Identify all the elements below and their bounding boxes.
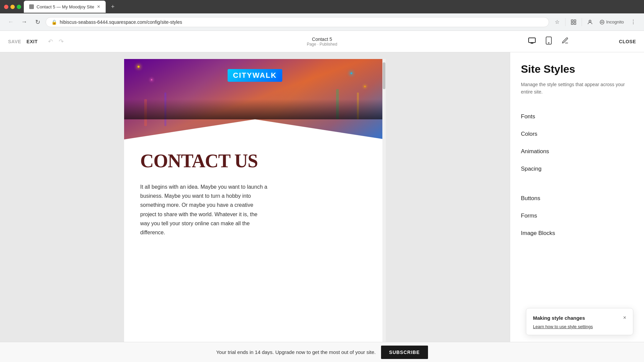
tab-close-button[interactable]: ✕ xyxy=(97,4,100,9)
profile-button[interactable] xyxy=(585,17,595,27)
style-nav: Fonts Colors Animations Spacing Buttons … xyxy=(521,108,633,242)
editor-actions-left: SAVE EXIT ↶ ↷ xyxy=(8,37,66,46)
panel-description: Manage the style settings that appear ac… xyxy=(521,81,633,96)
menu-button[interactable]: ⋮ xyxy=(628,17,639,27)
style-nav-group-1: Fonts Colors Animations Spacing xyxy=(521,108,633,178)
scrollbar-track[interactable] xyxy=(382,59,386,355)
svg-point-4 xyxy=(589,20,591,22)
exit-button[interactable]: EXIT xyxy=(26,39,38,44)
close-window-button[interactable] xyxy=(4,5,8,9)
nav-item-spacing[interactable]: Spacing xyxy=(521,160,633,178)
tooltip-close-button[interactable]: × xyxy=(623,315,626,320)
new-tab-button[interactable]: + xyxy=(108,3,117,10)
editor-history: ↶ ↷ xyxy=(46,37,66,46)
contact-body-text: It all begins with an idea. Maybe you wa… xyxy=(140,182,268,237)
maximize-window-button[interactable] xyxy=(17,5,21,9)
svg-rect-1 xyxy=(574,20,576,21)
nav-item-forms[interactable]: Forms xyxy=(521,207,633,225)
browser-chrome: Contact 5 — My Moodjoy Site ✕ + xyxy=(0,0,644,13)
back-button[interactable]: ← xyxy=(5,17,16,27)
site-styles-panel: Site Styles Manage the style settings th… xyxy=(510,52,644,362)
lock-icon: 🔒 xyxy=(51,19,57,25)
svg-rect-7 xyxy=(529,38,535,43)
incognito-button[interactable]: Incognito xyxy=(597,18,627,26)
tooltip-link[interactable]: Learn how to use style settings xyxy=(533,324,593,329)
page-hero-image: CITYWALK xyxy=(124,59,386,139)
editor-top-bar: SAVE EXIT ↶ ↷ Contact 5 Page · Published… xyxy=(0,31,644,52)
tooltip-header: Making style changes × xyxy=(533,315,626,321)
editor-view-controls xyxy=(527,35,570,48)
page-subtitle: Page · Published xyxy=(307,42,337,47)
scrollbar-thumb[interactable] xyxy=(383,62,385,89)
svg-rect-2 xyxy=(571,22,573,24)
incognito-label: Incognito xyxy=(606,19,624,24)
close-button[interactable]: CLOSE xyxy=(619,39,636,44)
edit-mode-button[interactable] xyxy=(560,36,570,47)
style-nav-group-2: Buttons Forms Image Blocks xyxy=(521,190,633,242)
subscribe-button[interactable]: SUBSCRIBE xyxy=(381,346,428,359)
mobile-view-button[interactable] xyxy=(544,35,553,48)
bookmark-button[interactable]: ☆ xyxy=(552,17,562,27)
page-canvas: CITYWALK CONTACT US It all begins with a… xyxy=(124,59,386,355)
traffic-lights xyxy=(4,5,21,9)
making-style-changes-tooltip: Making style changes × Learn how to use … xyxy=(526,308,633,335)
editor-main: CITYWALK CONTACT US It all begins with a… xyxy=(0,52,510,362)
tab-favicon xyxy=(29,4,34,9)
nav-actions: ☆ Incognito ⋮ xyxy=(552,17,639,27)
forward-button[interactable]: → xyxy=(19,17,30,27)
svg-rect-0 xyxy=(571,20,573,21)
nav-item-fonts[interactable]: Fonts xyxy=(521,108,633,125)
trial-bar: Your trial ends in 14 days. Upgrade now … xyxy=(0,342,644,362)
svg-point-6 xyxy=(602,22,603,22)
trial-text: Your trial ends in 14 days. Upgrade now … xyxy=(216,349,376,355)
minimize-window-button[interactable] xyxy=(10,5,15,9)
address-bar[interactable]: 🔒 hibiscus-seabass-6444.squarespace.com/… xyxy=(46,17,549,27)
page-content: CONTACT US It all begins with an idea. M… xyxy=(124,139,386,248)
navigation-bar: ← → ↻ 🔒 hibiscus-seabass-6444.squarespac… xyxy=(0,13,644,31)
undo-button[interactable]: ↶ xyxy=(46,37,55,46)
tooltip-title: Making style changes xyxy=(533,315,585,321)
browser-tab[interactable]: Contact 5 — My Moodjoy Site ✕ xyxy=(24,1,106,13)
svg-point-11 xyxy=(548,43,549,43)
redo-button[interactable]: ↷ xyxy=(56,37,66,46)
separator2 xyxy=(582,18,582,26)
tab-title: Contact 5 — My Moodjoy Site xyxy=(37,4,94,9)
url-text: hibiscus-seabass-6444.squarespace.com/co… xyxy=(60,19,543,25)
svg-point-5 xyxy=(601,22,602,22)
nav-item-colors[interactable]: Colors xyxy=(521,125,633,143)
nav-item-animations[interactable]: Animations xyxy=(521,143,633,160)
page-title: Contact 5 xyxy=(307,37,337,42)
panel-title: Site Styles xyxy=(521,63,633,75)
citywalk-sign: CITYWALK xyxy=(228,69,282,82)
extensions-button[interactable] xyxy=(568,17,579,27)
svg-rect-3 xyxy=(574,22,576,24)
save-button[interactable]: SAVE xyxy=(8,39,21,44)
nav-item-buttons[interactable]: Buttons xyxy=(521,190,633,207)
reload-button[interactable]: ↻ xyxy=(32,17,43,27)
desktop-view-button[interactable] xyxy=(527,35,537,48)
editor-center-info: Contact 5 Page · Published xyxy=(307,37,337,47)
contact-heading: CONTACT US xyxy=(140,150,370,172)
nav-item-image-blocks[interactable]: Image Blocks xyxy=(521,225,633,242)
separator xyxy=(565,18,566,26)
